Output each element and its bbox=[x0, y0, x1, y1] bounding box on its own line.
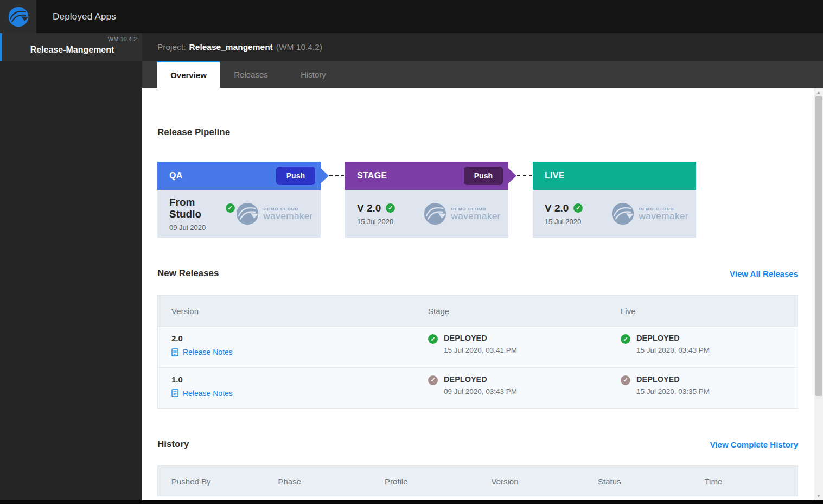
scroll-thumb[interactable] bbox=[815, 96, 822, 396]
project-version: (WM 10.4.2) bbox=[276, 42, 322, 52]
wavemaker-wave-icon bbox=[610, 201, 635, 226]
table-row: 2.0 Release Notes bbox=[158, 326, 798, 367]
wavemaker-wave-icon bbox=[423, 201, 448, 226]
wavemaker-logo-icon bbox=[0, 0, 36, 33]
app-title: Deployed Apps bbox=[53, 11, 116, 22]
overview-content: Release Pipeline QA Push From Studi bbox=[142, 88, 823, 500]
column-header-live: Live bbox=[607, 307, 798, 316]
release-notes-link[interactable]: Release Notes bbox=[171, 389, 233, 398]
sidebar-item-release-management[interactable]: WM 10.4.2 Release-Mangement bbox=[0, 33, 142, 61]
check-icon: ✓ bbox=[621, 334, 630, 344]
stage-name-qa: QA bbox=[169, 171, 276, 181]
wavemaker-brand: DEMO CLOUD wavemaker bbox=[235, 201, 313, 226]
stage-name-stage: STAGE bbox=[357, 171, 464, 181]
status-deployed: DEPLOYED bbox=[636, 334, 710, 342]
tab-overview[interactable]: Overview bbox=[157, 61, 220, 88]
column-header-phase: Phase bbox=[265, 477, 372, 486]
scrollbar[interactable]: ▲ ▼ bbox=[814, 88, 823, 500]
tab-bar: Overview Releases History bbox=[142, 61, 823, 88]
connector-arrow-icon bbox=[321, 168, 329, 183]
status-deployed: DEPLOYED bbox=[636, 375, 710, 384]
column-header-profile: Profile bbox=[371, 477, 478, 486]
document-icon bbox=[171, 348, 178, 356]
stage-version-live: V 2.0 ✓ bbox=[545, 202, 583, 214]
stage-card-body: V 2.0 ✓ 15 Jul 2020 bbox=[345, 190, 508, 238]
check-icon: ✓ bbox=[573, 203, 583, 213]
column-header-status: Status bbox=[584, 477, 691, 486]
document-icon bbox=[171, 389, 178, 397]
stage-card-header: STAGE Push bbox=[345, 162, 508, 190]
pipeline-card-live: LIVE V 2.0 ✓ 15 Jul 2020 bbox=[533, 162, 696, 238]
history-table-header: Pushed By Phase Profile Version Status T… bbox=[158, 466, 798, 496]
project-label: Project: bbox=[157, 42, 186, 52]
window-bottom-edge bbox=[0, 500, 823, 504]
stage-name-live: LIVE bbox=[545, 171, 691, 181]
column-header-stage: Stage bbox=[414, 307, 607, 316]
project-name: Release_mangement bbox=[189, 42, 273, 52]
check-icon: ✓ bbox=[386, 203, 395, 213]
connector-arrow-icon bbox=[508, 168, 516, 183]
scroll-up-arrow-icon[interactable]: ▲ bbox=[814, 88, 823, 97]
column-header-pushed-by: Pushed By bbox=[158, 477, 265, 486]
push-button-qa[interactable]: Push bbox=[276, 167, 315, 185]
wavemaker-wave-icon bbox=[235, 201, 260, 226]
tab-releases[interactable]: Releases bbox=[220, 61, 282, 88]
check-icon: ✓ bbox=[428, 334, 438, 344]
sidebar: WM 10.4.2 Release-Mangement bbox=[0, 33, 142, 500]
tab-history[interactable]: History bbox=[282, 61, 344, 88]
column-header-version: Version bbox=[158, 307, 414, 316]
brand-wavemaker: wavemaker bbox=[639, 212, 688, 221]
push-button-stage[interactable]: Push bbox=[464, 167, 503, 185]
stage-date-stage: 15 Jul 2020 bbox=[357, 218, 395, 226]
view-all-releases-link[interactable]: View All Releases bbox=[730, 269, 798, 278]
stage-version-qa: From Studio ✓ bbox=[169, 196, 235, 220]
stage-version-stage: V 2.0 ✓ bbox=[357, 202, 395, 214]
stage-date-live: 15 Jul 2020 bbox=[545, 218, 583, 226]
qa-card-header: QA Push bbox=[157, 162, 321, 190]
status-time: 15 Jul 2020, 03:35 PM bbox=[636, 387, 710, 395]
scroll-down-arrow-icon[interactable]: ▼ bbox=[814, 492, 823, 500]
new-releases-table-header: Version Stage Live bbox=[158, 296, 798, 326]
check-icon: ✓ bbox=[428, 375, 438, 385]
stage-status-cell: ✓ DEPLOYED 15 Jul 2020, 03:41 PM bbox=[414, 334, 607, 359]
new-releases-title: New Releases bbox=[157, 268, 219, 279]
new-releases-table: Version Stage Live 2.0 bbox=[157, 295, 798, 409]
qa-card-body: From Studio ✓ 09 Jul 2020 bbox=[157, 190, 321, 238]
table-row: 1.0 Release Notes bbox=[158, 367, 798, 409]
release-pipeline-title: Release Pipeline bbox=[157, 127, 798, 138]
brand-wavemaker: wavemaker bbox=[451, 212, 501, 221]
topbar: Deployed Apps bbox=[0, 0, 823, 33]
live-card-body: V 2.0 ✓ 15 Jul 2020 bbox=[533, 190, 696, 238]
main-panel: Project: Release_mangement (WM 10.4.2) O… bbox=[142, 33, 823, 500]
brand-wavemaker: wavemaker bbox=[264, 212, 313, 221]
stage-status-cell: ✓ DEPLOYED 09 Jul 2020, 03:43 PM bbox=[414, 375, 607, 400]
release-notes-link[interactable]: Release Notes bbox=[171, 348, 233, 356]
connector-dash-line bbox=[329, 175, 344, 176]
app-window: Deployed Apps WM 10.4.2 Release-Mangemen… bbox=[0, 0, 823, 504]
sidebar-item-label: Release-Mangement bbox=[30, 45, 114, 55]
version-value: 1.0 bbox=[171, 375, 414, 384]
status-deployed: DEPLOYED bbox=[444, 334, 517, 342]
column-header-version: Version bbox=[478, 477, 585, 486]
pipeline-card-stage: STAGE Push V 2.0 ✓ 15 Jul 2020 bbox=[345, 162, 508, 238]
version-value: 2.0 bbox=[171, 334, 414, 343]
release-pipeline: QA Push From Studio ✓ 09 Jul 2020 bbox=[157, 162, 798, 238]
status-time: 15 Jul 2020, 03:43 PM bbox=[636, 346, 710, 354]
live-status-cell: ✓ DEPLOYED 15 Jul 2020, 03:35 PM bbox=[607, 375, 798, 400]
check-icon: ✓ bbox=[226, 203, 235, 213]
history-title: History bbox=[157, 439, 189, 450]
project-header: Project: Release_mangement (WM 10.4.2) bbox=[142, 33, 823, 61]
check-icon: ✓ bbox=[621, 375, 630, 385]
live-status-cell: ✓ DEPLOYED 15 Jul 2020, 03:43 PM bbox=[607, 334, 798, 359]
status-deployed: DEPLOYED bbox=[444, 375, 517, 384]
pipeline-card-qa: QA Push From Studio ✓ 09 Jul 2020 bbox=[157, 162, 321, 238]
status-time: 09 Jul 2020, 03:43 PM bbox=[444, 387, 517, 395]
view-complete-history-link[interactable]: View Complete History bbox=[710, 440, 798, 449]
column-header-time: Time bbox=[691, 477, 798, 486]
wavemaker-brand: DEMO CLOUD wavemaker bbox=[423, 201, 501, 226]
wavemaker-brand: DEMO CLOUD wavemaker bbox=[610, 201, 688, 226]
project-version-badge: WM 10.4.2 bbox=[108, 36, 137, 42]
status-time: 15 Jul 2020, 03:41 PM bbox=[444, 346, 517, 354]
stage-date-qa: 09 Jul 2020 bbox=[169, 224, 235, 232]
history-table: Pushed By Phase Profile Version Status T… bbox=[157, 465, 798, 496]
